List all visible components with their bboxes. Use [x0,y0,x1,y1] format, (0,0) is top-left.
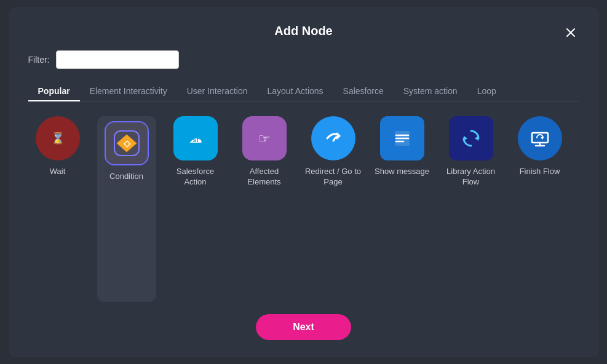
svg-text:☞: ☞ [258,131,271,146]
tabs-bar: Popular Element Interactivity User Inter… [28,81,579,101]
library-action-flow-label: Library Action Flow [442,167,501,188]
tab-user-interaction[interactable]: User Interaction [177,81,258,101]
library-icon [458,125,485,152]
show-message-icon [389,125,416,152]
svg-point-22 [526,125,553,152]
condition-label: Condition [109,172,143,182]
modal-overlay: Add Node Filter: Popular Element Interac… [0,0,607,364]
close-icon [565,26,577,39]
close-button[interactable] [562,24,579,41]
nodes-grid: ⌛ Wait ◇ Condition [28,116,579,302]
salesforce-icon-container: ☁ sf [173,116,218,160]
svg-text:◇: ◇ [122,138,130,148]
modal-header: Add Node [28,24,579,38]
condition-icon: ◇ [113,130,140,157]
add-node-modal: Add Node Filter: Popular Element Interac… [9,7,599,357]
wait-label: Wait [50,167,66,177]
svg-rect-19 [458,125,485,152]
show-message-icon-container [380,116,424,160]
node-wait[interactable]: ⌛ Wait [28,116,87,302]
modal-footer: Next [28,302,579,340]
node-library-action-flow[interactable]: Library Action Flow [442,116,501,302]
wait-icon-container: ⌛ [36,116,80,160]
filter-row: Filter: [28,50,579,69]
affected-icon: ☞ [251,125,278,152]
tab-layout-actions[interactable]: Layout Actions [258,81,333,101]
svg-point-13 [320,125,347,152]
finish-icon-container [518,116,562,160]
filter-label: Filter: [28,55,50,65]
redirect-icon-container [311,116,355,160]
tab-element-interactivity[interactable]: Element Interactivity [80,81,177,101]
tab-popular[interactable]: Popular [28,81,80,101]
tab-salesforce[interactable]: Salesforce [333,81,394,101]
salesforce-action-label: Salesforce Action [166,167,225,188]
tab-system-action[interactable]: System action [394,81,467,101]
modal-title: Add Node [274,24,332,38]
node-show-message[interactable]: Show message [373,116,432,302]
condition-icon-container: ◇ [105,121,149,165]
node-affected-elements[interactable]: ☞ Affected Elements [235,116,294,302]
svg-text:sf: sf [192,136,199,143]
show-message-label: Show message [375,167,429,177]
next-button[interactable]: Next [256,314,351,340]
filter-input[interactable] [56,50,179,69]
tab-loop[interactable]: Loop [467,81,506,101]
wait-icon: ⌛ [46,127,69,150]
node-finish-flow[interactable]: Finish Flow [510,116,569,302]
affected-elements-label: Affected Elements [235,167,294,188]
node-salesforce-action[interactable]: ☁ sf Salesforce Action [166,116,225,302]
library-icon-container [449,116,493,160]
salesforce-icon: ☁ sf [182,125,209,152]
finish-icon [526,125,553,152]
node-redirect-go-page[interactable]: Redirect / Go to Page [304,116,363,302]
redirect-go-page-label: Redirect / Go to Page [304,167,363,188]
redirect-icon [320,125,347,152]
svg-text:⌛: ⌛ [51,132,65,145]
affected-icon-container: ☞ [242,116,287,160]
node-condition[interactable]: ◇ Condition [97,116,156,302]
finish-flow-label: Finish Flow [520,167,560,177]
